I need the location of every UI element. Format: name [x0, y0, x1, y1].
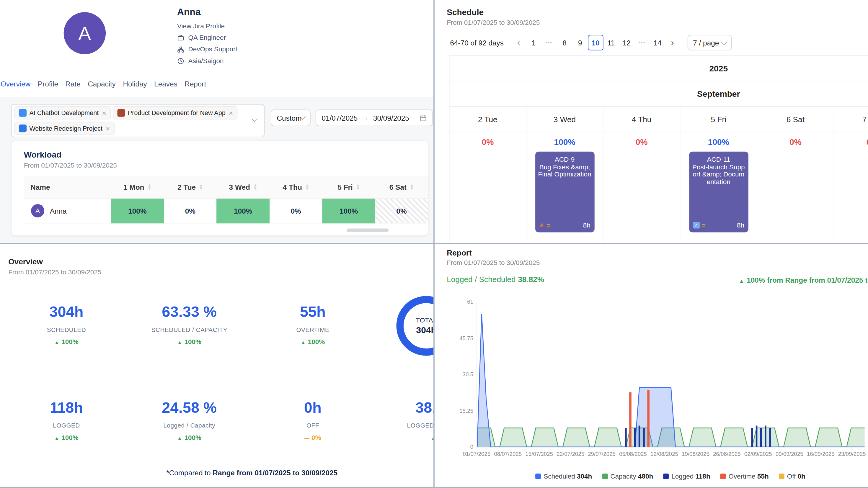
sort-icons[interactable]: ▲▼ — [253, 184, 257, 191]
project-tag[interactable]: Website Redesign Project × — [14, 122, 115, 135]
workload-row: AAnna 100% 0% 100% 0% 100% 0% — [24, 198, 428, 223]
page-ellipsis[interactable]: ••• — [634, 35, 650, 51]
page-8[interactable]: 8 — [557, 35, 572, 51]
horizontal-scrollbar[interactable] — [347, 228, 389, 232]
event-card-acd-11[interactable]: ACD-11Post-launch Support &amp; Document… — [689, 152, 748, 232]
schedule-calendar: 2025 September 2 Tue3 Wed4 Thu5 Fri6 Sat… — [449, 56, 868, 243]
calendar-year: 2025 — [450, 56, 868, 81]
filter-zone: AI Chatbot Development × Product Develop… — [0, 97, 433, 243]
stat-scheduled: 304h SCHEDULED ▲100% — [6, 303, 128, 346]
workload-table: Name 1 Mon▲▼ 2 Tue▲▼ 3 Wed▲▼ 4 Thu▲▼ 5 F… — [24, 176, 428, 223]
legend-overtime[interactable]: Overtime 55h — [720, 473, 769, 480]
tab-leaves[interactable]: Leaves — [154, 80, 178, 88]
task-icon: ✓ — [693, 222, 700, 229]
trend-icon: ▲ — [301, 339, 306, 345]
legend-scheduled[interactable]: Scheduled 304h — [535, 473, 592, 480]
column-header-name[interactable]: Name — [24, 176, 111, 198]
issue-key: ACD-9 — [538, 156, 592, 163]
column-header-day[interactable]: 1 Mon▲▼ — [111, 176, 164, 198]
report-chart: Scheduled 304hCapacity 480hLogged 118hOv… — [435, 299, 868, 482]
column-header-day[interactable]: 2 Tue▲▼ — [164, 176, 217, 198]
page-9[interactable]: 9 — [572, 35, 588, 51]
tab-rate[interactable]: Rate — [65, 80, 81, 88]
sort-icons[interactable]: ▲▼ — [356, 184, 360, 191]
tab-profile[interactable]: Profile — [38, 80, 58, 88]
schedule-panel: Schedule From 01/07/2025 to 30/09/2025 6… — [435, 0, 868, 243]
sort-icons[interactable]: ▲▼ — [410, 184, 414, 191]
calendar-day-header: 3 Wed — [526, 107, 603, 132]
trend-icon: ▲ — [54, 339, 59, 345]
legend-logged[interactable]: Logged 118h — [663, 473, 710, 480]
timezone-row: Asia/Saigon — [177, 57, 237, 65]
page-12[interactable]: 12 — [619, 35, 634, 51]
range-arrow-icon: → — [362, 114, 369, 122]
workload-cell: 0% — [164, 198, 217, 223]
team-row: DevOps Support — [177, 45, 237, 53]
stat-overtime: 55h OVERTIME ▲100% — [252, 303, 374, 346]
remove-tag-icon[interactable]: × — [102, 109, 106, 116]
legend-off[interactable]: Off 0h — [779, 473, 805, 480]
sort-icons[interactable]: ▲▼ — [305, 184, 309, 191]
trend-icon: ▲ — [54, 435, 59, 441]
calendar-day-row: 2 Tue3 Wed4 Thu5 Fri6 Sat7 Sun — [450, 107, 868, 132]
column-header-day[interactable]: 6 Sat▲▼ — [375, 176, 428, 198]
project-tag[interactable]: Product Development for New App × — [113, 106, 237, 120]
workload-cell: 100% — [322, 198, 375, 223]
user-name: Anna — [177, 7, 237, 18]
timezone-label: Asia/Saigon — [188, 57, 224, 65]
issue-summary: Bug Fixes &amp; Final Optimization — [538, 164, 592, 178]
caret-up-icon: ▲ — [739, 278, 744, 284]
project-tag-label: Website Redesign Project — [29, 125, 102, 132]
remove-tag-icon[interactable]: × — [106, 125, 110, 132]
chart-canvas — [477, 302, 865, 447]
report-panel: Report From 01/07/2025 to 30/09/2025 Log… — [435, 244, 868, 487]
page-ellipsis[interactable]: ••• — [541, 35, 557, 51]
calendar-icon — [420, 114, 427, 121]
calendar-day-header: 4 Thu — [603, 107, 681, 132]
page-10[interactable]: 10 — [588, 35, 603, 51]
page-size-select[interactable]: 7 / page — [687, 35, 732, 51]
calendar-day-header: 6 Sat — [757, 107, 834, 132]
remove-tag-icon[interactable]: × — [229, 109, 233, 116]
legend-swatch-icon — [535, 474, 541, 479]
day-utilization-percent: 0% — [757, 137, 834, 147]
event-card-acd-9[interactable]: ACD-9Bug Fixes &amp; Final Optimization☀… — [535, 152, 594, 232]
range-preset-select[interactable]: Custom — [271, 109, 311, 126]
tab-overview[interactable]: Overview — [1, 80, 31, 88]
column-header-day[interactable]: 5 Fri▲▼ — [322, 176, 375, 198]
page-11[interactable]: 11 — [603, 35, 619, 51]
page-1[interactable]: 1 — [526, 35, 541, 51]
pagination-total: 64-70 of 92 days — [450, 38, 504, 46]
column-header-day[interactable]: 3 Wed▲▼ — [217, 176, 270, 198]
next-page-button[interactable]: › — [665, 38, 680, 48]
overview-title: Overview — [8, 257, 43, 266]
profile-info: Anna View Jira Profile QA Engineer DevOp… — [177, 7, 237, 65]
schedule-title: Schedule — [447, 7, 484, 17]
page-list: 1•••89101112•••14 — [526, 35, 665, 51]
page-14[interactable]: 14 — [650, 35, 665, 51]
calendar-day-header: 2 Tue — [450, 107, 527, 132]
team-icon — [177, 46, 184, 53]
column-header-day[interactable]: 4 Thu▲▼ — [270, 176, 322, 198]
tab-report[interactable]: Report — [185, 80, 206, 88]
tab-capacity[interactable]: Capacity — [88, 80, 116, 88]
total-donut: TOTAL 304h — [397, 296, 434, 356]
calendar-column: 0% — [757, 132, 834, 243]
y-axis-label: 15.25 — [435, 408, 473, 414]
sort-icons[interactable]: ▲▼ — [199, 184, 203, 191]
view-jira-profile-link[interactable]: View Jira Profile — [177, 22, 237, 30]
legend-swatch-icon — [602, 474, 608, 479]
sort-icons[interactable]: ▲▼ — [148, 184, 151, 191]
prev-page-button[interactable]: ‹ — [512, 38, 526, 48]
workload-cell: 100% — [111, 198, 164, 223]
legend-capacity[interactable]: Capacity 480h — [602, 473, 653, 480]
day-utilization-percent: 100% — [680, 137, 757, 147]
date-range-picker[interactable]: 01/07/2025 → 30/09/2025 — [316, 109, 433, 126]
date-from: 01/07/2025 — [321, 113, 358, 122]
project-tag[interactable]: AI Chatbot Development × — [14, 106, 111, 120]
project-multiselect[interactable]: AI Chatbot Development × Product Develop… — [11, 104, 265, 137]
project-avatar-icon — [19, 109, 27, 117]
tab-holiday[interactable]: Holiday — [123, 80, 147, 88]
issue-key: ACD-11 — [692, 156, 745, 163]
workload-cell: 0% — [375, 198, 428, 223]
